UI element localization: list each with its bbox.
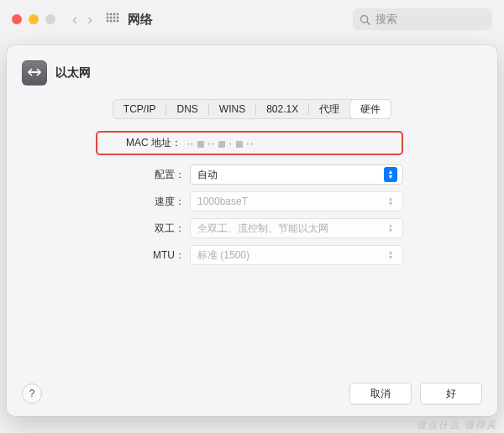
mac-address-value: ······· (186, 137, 395, 149)
all-prefs-grid-icon[interactable] (97, 13, 128, 26)
chevron-up-down-icon: ▲▼ (384, 194, 397, 209)
svg-point-0 (107, 13, 109, 16)
svg-point-4 (107, 17, 109, 19)
ethernet-icon (22, 60, 47, 86)
svg-rect-14 (29, 71, 40, 73)
mac-address-label: MAC 地址： (97, 136, 186, 150)
tab-hardware[interactable]: 硬件 (350, 100, 391, 118)
mtu-select-value: 标准 (1500) (197, 248, 384, 263)
search-field[interactable]: 搜索 (353, 8, 492, 30)
svg-point-7 (117, 17, 119, 19)
svg-line-13 (367, 21, 370, 23)
svg-point-9 (110, 20, 113, 23)
search-placeholder: 搜索 (375, 12, 397, 27)
tab-dns[interactable]: DNS (166, 100, 207, 118)
svg-point-11 (117, 20, 119, 23)
tab-wins[interactable]: WINS (209, 100, 255, 118)
svg-point-3 (117, 13, 119, 16)
mtu-select: 标准 (1500) ▲▼ (190, 245, 403, 265)
tab-proxy[interactable]: 代理 (309, 100, 349, 118)
window-title: 网络 (128, 12, 153, 28)
forward-button[interactable]: › (82, 11, 97, 29)
config-select[interactable]: 自动 ▲▼ (190, 164, 403, 185)
help-button[interactable]: ? (22, 383, 42, 404)
config-label: 配置： (101, 168, 190, 182)
ok-button[interactable]: 好 (420, 383, 482, 404)
speed-label: 速度： (101, 195, 190, 209)
sheet-title: 以太网 (55, 65, 91, 81)
config-select-value: 自动 (197, 168, 384, 182)
mac-address-row-highlight: MAC 地址： ······· (96, 131, 403, 155)
tab-8021x[interactable]: 802.1X (256, 100, 308, 118)
svg-point-5 (110, 17, 113, 19)
speed-select-value: 1000baseT (197, 196, 384, 207)
svg-point-6 (113, 17, 116, 19)
duplex-label: 双工： (101, 222, 190, 236)
back-button[interactable]: ‹ (67, 11, 82, 29)
settings-sheet: 以太网 TCP/IP DNS WINS 802.1X 代理 硬件 MAC 地址：… (7, 45, 497, 416)
duplex-select: 全双工、流控制、节能以太网 ▲▼ (190, 218, 403, 238)
chevron-up-down-icon: ▲▼ (384, 221, 397, 236)
tab-bar: TCP/IP DNS WINS 802.1X 代理 硬件 (113, 99, 391, 119)
window-titlebar: ‹ › 网络 搜索 (0, 0, 504, 39)
svg-point-10 (113, 20, 116, 23)
search-icon (360, 14, 370, 25)
zoom-window-button[interactable] (45, 14, 55, 24)
close-window-button[interactable] (12, 14, 22, 24)
svg-point-2 (113, 13, 116, 16)
svg-point-1 (110, 13, 113, 16)
mtu-label: MTU： (101, 248, 190, 263)
chevron-up-down-icon: ▲▼ (384, 167, 397, 182)
duplex-select-value: 全双工、流控制、节能以太网 (197, 222, 384, 236)
watermark-text: 值点什么 值得买 (417, 419, 497, 431)
tab-tcpip[interactable]: TCP/IP (113, 100, 166, 118)
chevron-up-down-icon: ▲▼ (384, 248, 397, 263)
minimize-window-button[interactable] (29, 14, 39, 24)
cancel-button[interactable]: 取消 (349, 383, 412, 404)
speed-select: 1000baseT ▲▼ (190, 191, 403, 211)
svg-point-8 (107, 20, 109, 23)
